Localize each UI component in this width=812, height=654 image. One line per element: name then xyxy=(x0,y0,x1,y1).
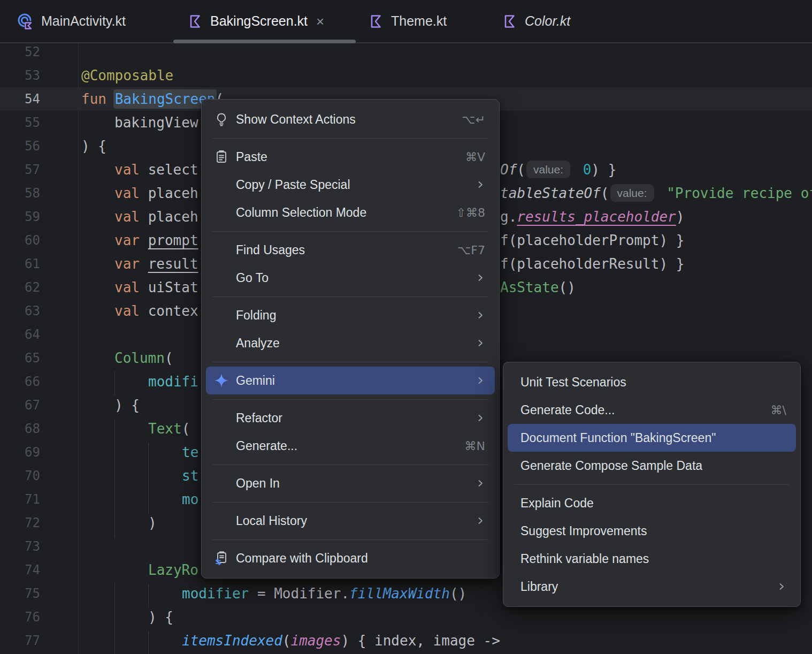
code-line-52[interactable] xyxy=(0,40,812,64)
menu-item-analyze[interactable]: Analyze xyxy=(206,329,495,357)
menu-separator xyxy=(212,394,488,404)
code-token: ( xyxy=(282,633,291,649)
menu-item-column-selection-mode[interactable]: Column Selection Mode⇧⌘8 xyxy=(206,199,495,226)
code-segment: itemsIndexed(images) { index, image -> xyxy=(182,629,500,652)
code-segment: f(placeholderPrompt) } xyxy=(500,229,684,252)
code-token: ) } xyxy=(591,162,616,178)
menu-item-label: Compare with Clipboard xyxy=(236,551,368,566)
menu-item-find-usages[interactable]: Find Usages⌥F7 xyxy=(206,236,495,264)
menu-item-explain-code[interactable]: Explain Code xyxy=(508,489,796,517)
chevron-right-icon xyxy=(459,413,485,423)
code-segment: @Composable xyxy=(81,64,173,87)
menu-separator xyxy=(212,226,488,236)
menu-item-label: Rethink variable names xyxy=(520,552,649,566)
menu-item-shortcut: ⌥↵ xyxy=(446,113,485,126)
menu-item-shortcut: ⌘V xyxy=(449,150,485,164)
code-token: AsState xyxy=(500,279,559,295)
tab-mainactivity-kt[interactable]: MainActivity.kt xyxy=(5,0,160,42)
code-token: @Composable xyxy=(81,67,173,83)
menu-item-label: Paste xyxy=(236,150,267,164)
menu-item-label: Gemini xyxy=(236,374,275,388)
code-token: () xyxy=(559,279,576,295)
code-line-76[interactable]: ) { xyxy=(0,605,812,629)
code-segment: f(placeholderResult) } xyxy=(500,252,684,276)
menu-item-library[interactable]: Library xyxy=(508,573,796,600)
code-token: ) xyxy=(676,209,685,225)
code-token: ( xyxy=(601,185,609,201)
menu-item-label: Suggest Improvements xyxy=(520,524,647,538)
code-segment: modifier = Modifier.fillMaxWidth() xyxy=(182,582,466,605)
tab-bakingscreen-kt[interactable]: BakingScreen.kt× xyxy=(172,0,357,42)
code-segment: g.results_placeholder) xyxy=(500,205,684,229)
code-line-77[interactable]: itemsIndexed(images) { index, image -> xyxy=(0,629,812,652)
indent-guide xyxy=(114,583,115,654)
chevron-right-icon xyxy=(459,338,485,348)
tab-color-kt[interactable]: Color.kt xyxy=(491,0,598,42)
code-token: bakingView xyxy=(114,115,198,131)
code-segment: LazyRo xyxy=(148,558,198,582)
code-line-53[interactable]: @Composable xyxy=(0,64,812,87)
menu-separator xyxy=(212,460,488,469)
separator-line xyxy=(212,399,488,400)
menu-item-label: Generate Code... xyxy=(520,403,615,417)
separator-line xyxy=(212,138,488,139)
indent-guide xyxy=(148,631,149,654)
code-token: fillMaxWidth xyxy=(349,585,450,602)
menu-item-show-context-actions[interactable]: Show Context Actions⌥↵ xyxy=(206,105,495,133)
indent-guide xyxy=(114,419,115,538)
separator-line xyxy=(212,539,488,540)
code-token: te xyxy=(182,444,198,460)
code-segment: Of(value: 0) } xyxy=(500,158,616,181)
code-token: "Provide recipe of xyxy=(667,185,812,201)
indent-guide xyxy=(148,443,149,514)
menu-item-generate-code[interactable]: Generate Code...⌘\ xyxy=(508,396,796,424)
code-token: val xyxy=(114,279,148,295)
code-token: var xyxy=(114,256,148,272)
menu-item-local-history[interactable]: Local History xyxy=(206,507,495,535)
chevron-right-icon xyxy=(459,310,485,320)
menu-item-copy-paste-special[interactable]: Copy / Paste Special xyxy=(206,171,495,199)
code-segment: var prompt xyxy=(114,229,198,252)
code-token: st xyxy=(182,468,198,484)
menu-separator xyxy=(212,535,488,544)
close-icon[interactable]: × xyxy=(316,14,324,28)
code-token: fun xyxy=(81,91,115,107)
separator-line xyxy=(212,296,488,297)
menu-item-paste[interactable]: Paste⌘V xyxy=(206,143,495,171)
menu-item-generate-compose-sample-data[interactable]: Generate Compose Sample Data xyxy=(508,452,796,480)
code-segment: ) { xyxy=(81,134,106,158)
menu-item-unit-test-scenarios[interactable]: Unit Test Scenarios xyxy=(508,368,796,396)
code-token: f(placeholderPrompt) } xyxy=(500,232,684,248)
separator-line xyxy=(514,484,790,485)
code-token: ( xyxy=(517,162,525,178)
kotlin-file-icon xyxy=(187,13,203,29)
menu-item-document-function-bakingscreen[interactable]: Document Function "BakingScreen" xyxy=(508,424,796,452)
code-token: results_placeholder xyxy=(517,209,676,225)
tab-theme-kt[interactable]: Theme.kt xyxy=(359,0,472,42)
menu-item-rethink-variable-names[interactable]: Rethink variable names xyxy=(508,545,796,573)
menu-item-go-to[interactable]: Go To xyxy=(206,264,495,292)
code-token: 0 xyxy=(583,162,592,178)
code-segment: val placeh xyxy=(114,205,198,229)
code-segment: var result xyxy=(114,252,198,276)
code-segment: Column( xyxy=(114,346,173,370)
menu-item-label: Generate Compose Sample Data xyxy=(520,459,702,473)
menu-item-generate[interactable]: Generate...⌘N xyxy=(206,432,495,460)
code-token xyxy=(658,185,667,201)
code-token: images xyxy=(291,633,341,649)
menu-item-suggest-improvements[interactable]: Suggest Improvements xyxy=(508,517,796,545)
code-token: g. xyxy=(500,209,517,225)
menu-item-open-in[interactable]: Open In xyxy=(206,469,495,497)
code-token: placeh xyxy=(148,209,198,225)
menu-item-compare-with-clipboard[interactable]: Compare with Clipboard xyxy=(206,544,495,572)
code-token: ) { xyxy=(81,138,106,154)
menu-item-folding[interactable]: Folding xyxy=(206,301,495,329)
menu-item-shortcut: ⌘N xyxy=(449,439,485,453)
parameter-hint-chip: value: xyxy=(610,184,654,202)
menu-item-label: Folding xyxy=(236,308,276,323)
menu-item-label: Analyze xyxy=(236,336,280,351)
menu-item-gemini[interactable]: Gemini xyxy=(206,367,495,394)
code-segment: val placeh xyxy=(114,181,198,205)
menu-item-refactor[interactable]: Refactor xyxy=(206,404,495,432)
code-token: f(placeholderResult) } xyxy=(500,256,684,272)
